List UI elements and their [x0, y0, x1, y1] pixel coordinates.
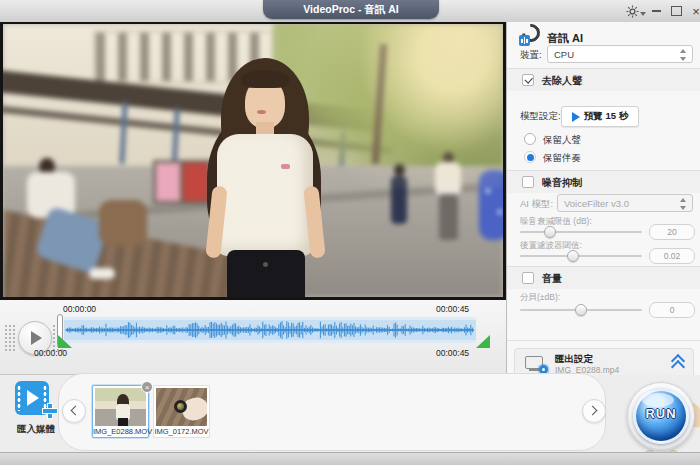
db-value[interactable]: 0 — [649, 302, 695, 318]
chevron-left-icon — [71, 406, 81, 416]
collapse-chevrons-icon[interactable] — [673, 356, 683, 372]
slider-thumb[interactable] — [544, 226, 556, 238]
keep-music-label: 保留伴奏 — [543, 152, 581, 165]
db-label: 分貝(±dB): — [520, 292, 560, 304]
timeline-start-time: 00:00:00 — [63, 304, 96, 314]
trim-start-time: 00:00:00 — [34, 348, 67, 358]
minimize-button[interactable] — [648, 3, 664, 19]
stepper-icon[interactable] — [680, 198, 687, 210]
grip-handle-left[interactable] — [4, 324, 17, 351]
import-media-label: 匯入媒體 — [8, 423, 64, 436]
import-media-button[interactable]: 匯入媒體 — [12, 381, 56, 437]
timeline-end-time: 00:00:45 — [436, 304, 469, 314]
bag — [99, 200, 147, 246]
keep-vocal-radio[interactable] — [524, 133, 536, 145]
remove-vocal-checkbox[interactable] — [522, 74, 534, 86]
status-bar — [0, 452, 700, 465]
model-setting-label: 模型設定: — [520, 110, 561, 123]
window-title: VideoProc - 音訊 AI — [263, 0, 439, 19]
device-value: CPU — [554, 49, 574, 60]
remove-media-icon[interactable]: × — [141, 381, 153, 393]
preview-button[interactable]: 預覽 15 秒 — [561, 106, 639, 127]
attenuation-value[interactable]: 20 — [649, 224, 695, 240]
device-label: 裝置: — [520, 49, 542, 62]
preview-play-icon — [572, 112, 580, 122]
video-preview[interactable] — [0, 22, 506, 300]
media-filename: IMG_0172.MOV — [154, 427, 209, 436]
noise-suppression-label: 噪音抑制 — [542, 176, 582, 190]
slider-thumb[interactable] — [575, 304, 587, 316]
db-slider[interactable] — [520, 304, 642, 316]
media-thumbnail — [95, 388, 146, 426]
run-button-gloss — [642, 393, 674, 407]
preview-button-label: 預覽 15 秒 — [584, 110, 628, 123]
plus-icon — [42, 403, 56, 417]
gear-menu-caret-icon[interactable] — [640, 12, 646, 16]
media-item-selected[interactable]: IMG_E0288.MOV × — [92, 385, 149, 438]
scroll-right-button[interactable] — [582, 399, 606, 423]
title-bar: VideoProc - 音訊 AI × — [0, 0, 700, 23]
maximize-button[interactable] — [668, 3, 684, 19]
keep-music-radio[interactable] — [524, 151, 536, 163]
settings-gear-icon[interactable] — [624, 3, 640, 19]
check-icon — [524, 75, 532, 83]
main-subject-woman — [199, 58, 329, 297]
shirt-print — [281, 164, 290, 169]
radio-dot — [527, 154, 534, 161]
volume-label: 音量 — [542, 272, 562, 286]
ai-model-select[interactable]: VoiceFilter v3.0 — [557, 194, 693, 212]
device-select[interactable]: CPU — [547, 45, 693, 63]
audio-ai-icon — [519, 24, 543, 48]
remove-vocal-label: 去除人聲 — [542, 74, 582, 88]
slider-thumb[interactable] — [567, 250, 579, 262]
postfilter-value[interactable]: 0.02 — [649, 248, 695, 264]
keep-vocal-label: 保留人聲 — [543, 134, 581, 147]
audio-ai-panel: 音訊 AI 裝置: CPU 去除人聲 模型設定: 預覽 15 秒 保留人聲 保留… — [506, 22, 700, 375]
stepper-icon[interactable] — [680, 49, 687, 61]
ai-model-label: AI 模型: — [520, 198, 553, 211]
ai-model-value: VoiceFilter v3.0 — [564, 198, 629, 209]
audio-timeline: 00:00:00 00:00:45 00:00:00 00:00:45 — [0, 300, 506, 375]
video-frame — [3, 24, 503, 297]
close-button[interactable]: × — [688, 3, 700, 19]
waveform-track[interactable] — [64, 317, 476, 343]
trim-end-time: 00:00:45 — [436, 348, 469, 358]
panel-title: 音訊 AI — [547, 31, 583, 46]
chevron-right-icon — [588, 406, 598, 416]
attenuation-slider[interactable] — [520, 226, 642, 238]
media-item[interactable]: IMG_0172.MOV — [153, 385, 210, 438]
media-filename: IMG_E0288.MOV — [93, 427, 148, 436]
play-icon — [31, 331, 42, 345]
run-button[interactable]: RUN — [624, 380, 700, 460]
media-thumbnail — [156, 388, 207, 426]
noise-suppression-checkbox[interactable] — [522, 176, 534, 188]
volume-checkbox[interactable] — [522, 272, 534, 284]
run-button-label: RUN — [624, 406, 698, 421]
scroll-left-button[interactable] — [62, 399, 86, 423]
trim-handle-end[interactable] — [476, 335, 490, 348]
postfilter-slider[interactable] — [520, 250, 642, 262]
media-bin: 匯入媒體 IMG_E0288.MOV × IMG_0172.MOV — [0, 375, 700, 452]
waveform-svg — [64, 317, 476, 343]
